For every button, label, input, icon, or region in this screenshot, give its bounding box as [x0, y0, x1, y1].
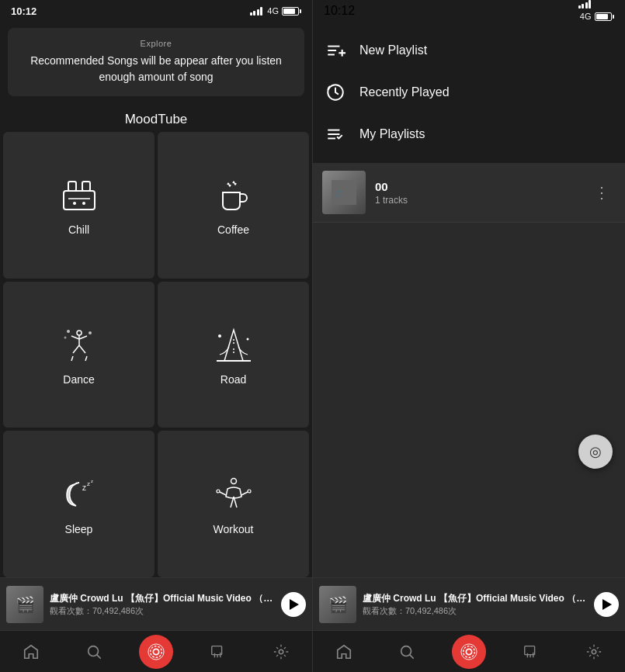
- time-right: 10:12: [324, 4, 355, 18]
- playlist-items-section: 🎵 00 1 tracks ⋮: [313, 163, 625, 577]
- svg-rect-0: [64, 191, 95, 210]
- workout-label: Workout: [214, 523, 254, 535]
- status-bar-right: 10:12 4G: [313, 0, 625, 22]
- chill-label: Chill: [68, 223, 89, 236]
- svg-rect-1: [68, 182, 76, 191]
- new-playlist-label: New Playlist: [359, 43, 427, 57]
- status-icons-left: 4G: [250, 6, 301, 16]
- play-button-right[interactable]: [594, 592, 619, 617]
- playlist-more-btn-00[interactable]: ⋮: [588, 180, 616, 205]
- svg-rect-2: [82, 182, 90, 191]
- sleep-icon: z z z: [57, 473, 101, 517]
- my-playlists-item[interactable]: My Playlists: [325, 113, 613, 155]
- mood-grid: Chill Coffee: [0, 132, 312, 577]
- dance-icon: [57, 324, 101, 367]
- music-icon-right: [460, 643, 477, 660]
- player-thumb-right: 🎬: [319, 586, 356, 623]
- mood-item-coffee[interactable]: Coffee: [158, 132, 309, 279]
- recently-played-item[interactable]: Recently Played: [325, 71, 613, 113]
- svg-point-55: [466, 649, 471, 654]
- svg-point-31: [248, 490, 251, 493]
- settings-icon-right: [585, 643, 602, 660]
- svg-line-9: [79, 336, 87, 339]
- svg-line-8: [71, 336, 79, 339]
- nav-settings-right[interactable]: [577, 635, 611, 669]
- player-sub-right: 觀看次數：70,492,486次: [363, 605, 588, 617]
- signal-icon-right: [578, 0, 614, 9]
- search-icon-left: [85, 643, 102, 660]
- svg-point-56: [464, 646, 475, 657]
- road-icon: [212, 324, 255, 367]
- svg-line-28: [220, 492, 226, 495]
- left-panel: 10:12 4G Explore Recommended Songs will …: [0, 0, 312, 672]
- nav-home-right[interactable]: [327, 635, 361, 669]
- floating-action-icon: ◎: [589, 443, 602, 460]
- mood-item-chill[interactable]: Chill: [3, 132, 155, 279]
- nav-home-left[interactable]: [14, 635, 48, 669]
- svg-point-4: [73, 202, 76, 205]
- playlist-thumb-inner-00: 🎵: [322, 171, 366, 214]
- play-button-left[interactable]: [281, 592, 306, 617]
- player-title-left: 盧廣仲 Crowd Lu 【魚仔】Official Music Video （花…: [50, 592, 275, 605]
- player-thumb-img-right: 🎬: [319, 586, 356, 623]
- right-content: 🎵 00 1 tracks ⋮ ◎: [313, 163, 625, 577]
- road-label: Road: [220, 373, 246, 386]
- bottom-nav-right: [313, 630, 625, 672]
- coffee-label: Coffee: [217, 223, 249, 236]
- player-bar-right: 🎬 盧廣仲 Crowd Lu 【魚仔】Official Music Video …: [313, 577, 625, 630]
- explore-description: Recommended Songs will be appear after y…: [16, 53, 297, 85]
- network-label-right: 4G: [580, 12, 592, 21]
- svg-text:🎵: 🎵: [335, 189, 343, 199]
- nav-search-left[interactable]: [77, 635, 111, 669]
- svg-text:z: z: [91, 479, 93, 483]
- mood-item-road[interactable]: Road: [158, 282, 309, 428]
- sleep-label: Sleep: [65, 523, 93, 535]
- playlist-name-00: 00: [375, 180, 578, 193]
- svg-point-12: [67, 330, 70, 333]
- player-bar-left: 🎬 盧廣仲 Crowd Lu 【魚仔】Official Music Video …: [0, 577, 312, 630]
- battery-icon-right: [595, 12, 614, 21]
- mood-item-dance[interactable]: Dance: [3, 282, 155, 428]
- player-sub-left: 觀看次數：70,492,486次: [50, 605, 275, 617]
- time-left: 10:12: [11, 5, 36, 17]
- svg-line-29: [241, 492, 248, 495]
- play-icon-right: [602, 599, 612, 610]
- recently-played-label: Recently Played: [359, 85, 450, 99]
- playlist-tracks-00: 1 tracks: [375, 195, 578, 206]
- svg-point-5: [82, 202, 85, 205]
- settings-icon-left: [273, 643, 290, 660]
- nav-search-right[interactable]: [390, 635, 424, 669]
- music-icon-left: [148, 643, 165, 660]
- svg-line-10: [73, 345, 79, 353]
- search-icon-right: [398, 643, 415, 660]
- nav-music-left[interactable]: [139, 635, 173, 669]
- my-playlists-icon: [325, 124, 347, 144]
- new-playlist-item[interactable]: New Playlist: [325, 29, 613, 71]
- bottom-nav-left: [0, 630, 312, 672]
- playlist-thumb-00: 🎵: [322, 171, 366, 214]
- floating-action-button[interactable]: ◎: [578, 435, 613, 469]
- nav-playlist-left[interactable]: [201, 635, 235, 669]
- svg-point-62: [592, 649, 596, 654]
- svg-line-16: [71, 356, 73, 361]
- nav-music-right[interactable]: [452, 635, 486, 669]
- dance-label: Dance: [63, 373, 94, 386]
- mood-item-sleep[interactable]: z z z Sleep: [3, 431, 155, 577]
- nav-settings-left[interactable]: [264, 635, 298, 669]
- svg-text:z: z: [82, 483, 86, 492]
- playlist-icon-left: [210, 643, 227, 660]
- svg-line-54: [410, 655, 413, 658]
- status-icons-right: 4G: [578, 0, 614, 23]
- home-icon-right: [335, 643, 352, 660]
- svg-point-35: [151, 646, 162, 657]
- battery-icon-left: [282, 7, 301, 16]
- status-bar-left: 10:12 4G: [0, 0, 312, 22]
- chill-icon: [57, 174, 101, 217]
- playlist-item-00[interactable]: 🎵 00 1 tracks ⋮: [313, 163, 625, 223]
- svg-point-6: [77, 331, 82, 335]
- nav-playlist-right[interactable]: [514, 635, 548, 669]
- my-playlists-label: My Playlists: [359, 127, 425, 141]
- svg-line-33: [97, 655, 100, 658]
- signal-icon-left: [250, 6, 263, 16]
- mood-item-workout[interactable]: Workout: [158, 431, 309, 577]
